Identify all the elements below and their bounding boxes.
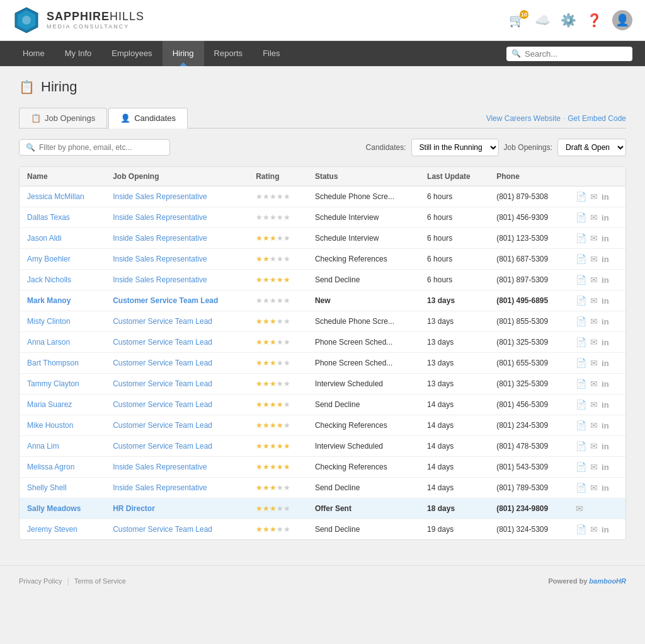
candidate-name-link[interactable]: Melissa Agron xyxy=(27,463,74,471)
candidate-job-link[interactable]: Inside Sales Representative xyxy=(113,192,207,201)
candidate-job-link[interactable]: Customer Service Team Lead xyxy=(113,338,212,347)
mail-icon[interactable]: ✉ xyxy=(590,275,598,285)
candidate-name-link[interactable]: Amy Boehler xyxy=(27,255,71,263)
candidate-name-link[interactable]: Anna Larson xyxy=(27,338,70,347)
doc-icon[interactable]: 📄 xyxy=(576,358,586,368)
linkedin-icon[interactable]: in xyxy=(602,483,609,493)
candidate-job-link[interactable]: Customer Service Team Lead xyxy=(113,317,212,326)
mail-icon[interactable]: ✉ xyxy=(590,358,598,368)
nav-home[interactable]: Home xyxy=(13,41,55,66)
candidate-job-link[interactable]: Customer Service Team Lead xyxy=(113,400,212,409)
view-careers-link[interactable]: View Careers Website xyxy=(486,114,561,123)
linkedin-icon[interactable]: in xyxy=(602,234,609,243)
tab-candidates[interactable]: 👤 Candidates xyxy=(108,108,188,129)
candidate-name-link[interactable]: Jeremy Steven xyxy=(27,525,77,534)
linkedin-icon[interactable]: in xyxy=(602,213,609,222)
job-openings-select[interactable]: Draft & Open xyxy=(557,139,626,156)
mail-icon[interactable]: ✉ xyxy=(590,400,598,410)
candidate-name-link[interactable]: Maria Suarez xyxy=(27,400,72,409)
doc-icon[interactable]: 📄 xyxy=(576,233,586,243)
candidate-name-link[interactable]: Jessica McMillan xyxy=(27,192,84,201)
mail-icon[interactable]: ✉ xyxy=(590,524,598,534)
nav-hiring[interactable]: Hiring xyxy=(163,41,204,66)
doc-icon[interactable]: 📄 xyxy=(576,483,586,493)
doc-icon[interactable]: 📄 xyxy=(576,400,586,410)
candidate-job-link[interactable]: Inside Sales Representative xyxy=(113,255,207,263)
doc-icon[interactable]: 📄 xyxy=(576,524,586,534)
doc-icon[interactable]: 📄 xyxy=(576,379,586,389)
notifications-icon[interactable]: 🛒 10 xyxy=(509,13,525,28)
candidate-name-link[interactable]: Dallas Texas xyxy=(27,213,70,222)
candidate-name-link[interactable]: Jack Nicholls xyxy=(27,275,71,284)
mail-icon[interactable]: ✉ xyxy=(590,296,598,306)
settings-icon[interactable]: ⚙️ xyxy=(561,13,576,28)
candidate-job-link[interactable]: Customer Service Team Lead xyxy=(113,421,212,430)
candidate-name-link[interactable]: Anna Lim xyxy=(27,442,59,451)
candidate-job-link[interactable]: Inside Sales Representative xyxy=(113,463,207,471)
linkedin-icon[interactable]: in xyxy=(602,275,609,285)
mail-icon[interactable]: ✉ xyxy=(590,233,598,243)
candidate-job-link[interactable]: Customer Service Team Lead xyxy=(113,379,212,388)
linkedin-icon[interactable]: in xyxy=(602,400,609,410)
candidate-name-link[interactable]: Jason Aldi xyxy=(27,234,62,243)
get-embed-link[interactable]: Get Embed Code xyxy=(568,114,626,123)
mail-icon[interactable]: ✉ xyxy=(590,254,598,264)
mail-icon[interactable]: ✉ xyxy=(590,337,598,347)
candidate-job-link[interactable]: Inside Sales Representative xyxy=(113,275,207,284)
doc-icon[interactable]: 📄 xyxy=(576,275,586,285)
linkedin-icon[interactable]: in xyxy=(602,525,609,534)
nav-search-box[interactable]: 🔍 xyxy=(506,47,632,61)
candidate-name-link[interactable]: Sally Meadows xyxy=(27,504,81,513)
linkedin-icon[interactable]: in xyxy=(602,442,609,451)
linkedin-icon[interactable]: in xyxy=(602,463,609,472)
candidate-name-link[interactable]: Misty Clinton xyxy=(27,317,71,326)
mail-icon[interactable]: ✉ xyxy=(590,420,598,430)
mail-icon[interactable]: ✉ xyxy=(590,379,598,389)
candidate-name-link[interactable]: Tammy Clayton xyxy=(27,379,79,388)
help-icon[interactable]: ❓ xyxy=(586,13,602,28)
candidates-select[interactable]: Still in the Running xyxy=(411,139,499,156)
linkedin-icon[interactable]: in xyxy=(602,255,609,264)
terms-link[interactable]: Terms of Service xyxy=(74,577,126,585)
linkedin-icon[interactable]: in xyxy=(602,317,609,326)
candidate-job-link[interactable]: Customer Service Team Lead xyxy=(113,296,218,305)
linkedin-icon[interactable]: in xyxy=(602,379,609,389)
mail-icon[interactable]: ✉ xyxy=(590,316,598,326)
candidate-job-link[interactable]: Inside Sales Representative xyxy=(113,213,207,222)
candidate-job-link[interactable]: Customer Service Team Lead xyxy=(113,525,212,534)
mail-icon[interactable]: ✉ xyxy=(590,462,598,472)
candidate-name-link[interactable]: Mike Houston xyxy=(27,421,73,430)
doc-icon[interactable]: 📄 xyxy=(576,192,586,202)
candidate-name-link[interactable]: Shelly Shell xyxy=(27,483,67,492)
mail-icon[interactable]: ✉ xyxy=(590,212,598,222)
doc-icon[interactable]: 📄 xyxy=(576,316,586,326)
mail-icon[interactable]: ✉ xyxy=(576,503,583,514)
candidate-job-link[interactable]: HR Director xyxy=(113,504,155,513)
doc-icon[interactable]: 📄 xyxy=(576,337,586,347)
linkedin-icon[interactable]: in xyxy=(602,296,609,306)
candidate-name-link[interactable]: Bart Thompson xyxy=(27,359,79,367)
search-input[interactable] xyxy=(525,49,627,59)
doc-icon[interactable]: 📄 xyxy=(576,254,586,264)
doc-icon[interactable]: 📄 xyxy=(576,212,586,222)
doc-icon[interactable]: 📄 xyxy=(576,420,586,430)
privacy-link[interactable]: Privacy Policy xyxy=(19,577,62,585)
filter-input-wrap[interactable]: 🔍 xyxy=(19,139,170,156)
nav-reports[interactable]: Reports xyxy=(204,41,253,66)
mail-icon[interactable]: ✉ xyxy=(590,192,598,202)
mail-icon[interactable]: ✉ xyxy=(590,441,598,451)
linkedin-icon[interactable]: in xyxy=(602,359,609,368)
linkedin-icon[interactable]: in xyxy=(602,192,609,202)
nav-files[interactable]: Files xyxy=(253,41,290,66)
candidate-job-link[interactable]: Inside Sales Representative xyxy=(113,234,207,243)
cloud-icon[interactable]: ☁️ xyxy=(535,13,551,28)
filter-input[interactable] xyxy=(39,143,163,152)
linkedin-icon[interactable]: in xyxy=(602,421,609,430)
candidate-job-link[interactable]: Customer Service Team Lead xyxy=(113,442,212,451)
linkedin-icon[interactable]: in xyxy=(602,338,609,347)
user-avatar[interactable]: 👤 xyxy=(612,10,632,30)
nav-employees[interactable]: Employees xyxy=(101,41,162,66)
candidate-name-link[interactable]: Mark Manoy xyxy=(27,296,71,305)
nav-myinfo[interactable]: My Info xyxy=(55,41,102,66)
doc-icon[interactable]: 📄 xyxy=(576,462,586,472)
